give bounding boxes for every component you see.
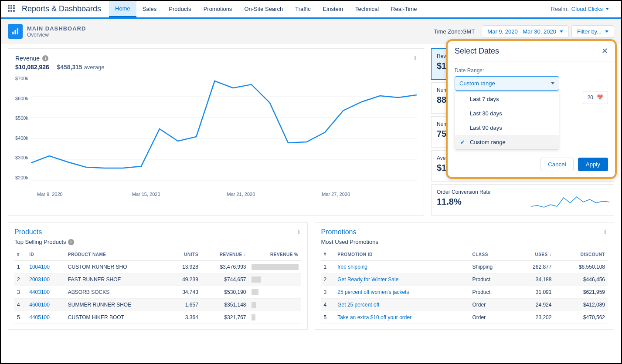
apps-icon[interactable] bbox=[8, 5, 17, 13]
svg-rect-2 bbox=[17, 28, 18, 34]
table-row: 3 4403100 ABSORB SOCKS 34,743 $530,190 bbox=[14, 286, 301, 299]
table-row: 4 Get 25 percent off Order 24,924 $412,0… bbox=[321, 299, 608, 311]
nav-tab-home[interactable]: Home bbox=[109, 1, 136, 17]
table-row: 4 4600100 SUMMER RUNNER SHOE 1,657 $351,… bbox=[14, 299, 301, 311]
nav-tab-promotions[interactable]: Promotions bbox=[197, 1, 238, 17]
promotion-id-link[interactable]: Get 25 percent off bbox=[337, 302, 379, 308]
product-id-link[interactable]: 4403100 bbox=[29, 289, 50, 295]
apply-button[interactable]: Apply bbox=[578, 158, 608, 171]
nav-tab-einstein[interactable]: Einstein bbox=[317, 1, 349, 17]
products-table: #IDPRODUCT NAMEUNITSREVENUE ↓REVENUE % 1… bbox=[14, 249, 301, 324]
realm-selector[interactable]: Cloud Clicks bbox=[571, 6, 609, 12]
date-range-button[interactable]: Mar 9, 2020 - Mar 30, 2020 bbox=[482, 25, 569, 38]
download-icon[interactable]: ⬇ bbox=[296, 229, 301, 236]
date-range-label: Date Range: bbox=[455, 67, 608, 74]
download-icon[interactable]: ⬇ bbox=[413, 55, 418, 61]
promotion-id-link[interactable]: free shipping bbox=[337, 264, 367, 270]
date-range-dropdown: Last 7 daysLast 30 daysLast 90 daysCusto… bbox=[455, 91, 559, 150]
product-id-link[interactable]: 4600100 bbox=[29, 302, 50, 308]
column-header[interactable]: REVENUE ↓ bbox=[201, 249, 249, 261]
revenue-card: ⬇ Revenuei $10,082,926 $458,315 average … bbox=[8, 48, 424, 216]
realm-label: Realm: bbox=[551, 6, 569, 12]
chevron-down-icon bbox=[605, 8, 609, 10]
revenue-chart bbox=[31, 76, 417, 189]
date-range-option[interactable]: Last 90 days bbox=[455, 121, 559, 135]
info-icon[interactable]: i bbox=[42, 55, 48, 61]
timezone-label: Time Zone:GMT bbox=[434, 28, 475, 35]
download-icon[interactable]: ⬇ bbox=[603, 229, 608, 236]
promotions-title: Promotions bbox=[321, 228, 608, 236]
cancel-button[interactable]: Cancel bbox=[540, 158, 574, 171]
page-title: MAIN DASHBOARD bbox=[27, 25, 86, 32]
chevron-down-icon bbox=[605, 30, 608, 33]
kpi-card[interactable]: Order Conversion Rate 11.8% bbox=[431, 184, 614, 216]
info-icon[interactable]: i bbox=[68, 239, 74, 245]
page-subtitle: Overview bbox=[27, 32, 86, 38]
svg-rect-0 bbox=[12, 32, 14, 34]
column-header[interactable]: UNITS bbox=[169, 249, 201, 261]
end-date-field[interactable]: 20 📅 bbox=[583, 91, 608, 104]
table-row: 3 25 percent off women's jackets Product… bbox=[321, 286, 608, 299]
nav-tab-on-site-search[interactable]: On-Site Search bbox=[238, 1, 289, 17]
table-row: 2 2003100 FAST RUNNER SHOE 49,239 $744,6… bbox=[14, 273, 301, 286]
products-title: Products bbox=[14, 228, 301, 236]
revenue-title: Revenue bbox=[15, 55, 40, 62]
nav-tab-real-time[interactable]: Real-Time bbox=[385, 1, 423, 17]
promotions-card: ⬇ Promotions Most Used Promotions #PROMO… bbox=[315, 222, 615, 330]
product-id-link[interactable]: 2003100 bbox=[29, 276, 50, 283]
top-nav: Reports & Dashboards HomeSalesProductsPr… bbox=[1, 1, 621, 17]
promotion-id-link[interactable]: 25 percent off women's jackets bbox=[337, 289, 409, 295]
promotions-table: #PROMOTION IDCLASSUSES ↓DISCOUNT 1 free … bbox=[321, 249, 608, 324]
column-header[interactable]: CLASS bbox=[469, 249, 513, 261]
sparkline bbox=[531, 193, 609, 213]
close-icon[interactable]: ✕ bbox=[602, 46, 608, 56]
column-header[interactable]: DISCOUNT bbox=[554, 249, 608, 261]
table-row: 1 1004100 CUSTOM RUNNER SHO 13,928 $3,47… bbox=[14, 261, 301, 273]
table-row: 5 Take an extra $10 off your order Order… bbox=[321, 311, 608, 324]
y-axis: $700k$600k$500k$400k$300k$200k bbox=[15, 76, 31, 180]
chevron-down-icon bbox=[551, 82, 554, 84]
column-header[interactable]: PROMOTION ID bbox=[335, 249, 469, 261]
revenue-total: $10,082,926 bbox=[15, 64, 49, 71]
date-range-option[interactable]: Custom range bbox=[455, 135, 559, 149]
nav-tab-products[interactable]: Products bbox=[163, 1, 197, 17]
column-header[interactable]: ID bbox=[27, 249, 65, 261]
chevron-down-icon bbox=[560, 30, 563, 33]
product-id-link[interactable]: 1004100 bbox=[29, 264, 50, 270]
app-title: Reports & Dashboards bbox=[22, 4, 101, 13]
product-id-link[interactable]: 4405100 bbox=[29, 314, 50, 320]
x-axis: Mar 9, 2020Mar 15, 2020Mar 21, 2020Mar 2… bbox=[15, 189, 417, 197]
nav-tab-traffic[interactable]: Traffic bbox=[289, 1, 316, 17]
date-range-option[interactable]: Last 30 days bbox=[455, 106, 559, 121]
svg-rect-1 bbox=[15, 30, 16, 34]
nav-tab-sales[interactable]: Sales bbox=[136, 1, 163, 17]
column-header[interactable]: PRODUCT NAME bbox=[65, 249, 169, 261]
column-header[interactable]: # bbox=[321, 249, 335, 261]
nav-tab-technical[interactable]: Technical bbox=[349, 1, 385, 17]
promotion-id-link[interactable]: Take an extra $10 off your order bbox=[337, 314, 411, 320]
products-card: ⬇ Products Top Selling Productsi #IDPROD… bbox=[8, 222, 308, 330]
column-header[interactable]: USES ↓ bbox=[513, 249, 554, 261]
column-header[interactable]: # bbox=[14, 249, 27, 261]
select-dates-popover: Select Dates ✕ Date Range: Custom range … bbox=[446, 39, 617, 179]
date-range-option[interactable]: Last 7 days bbox=[455, 92, 559, 106]
table-row: 5 4405100 CUSTOM HIKER BOOT 3,364 $321,7… bbox=[14, 311, 301, 324]
popover-title: Select Dates bbox=[455, 47, 499, 56]
date-range-select[interactable]: Custom range bbox=[455, 76, 559, 91]
column-header[interactable]: REVENUE % bbox=[249, 249, 301, 261]
table-row: 2 Get Ready for Winter Sale Product 34,1… bbox=[321, 273, 608, 286]
calendar-icon: 📅 bbox=[597, 94, 603, 101]
promotion-id-link[interactable]: Get Ready for Winter Sale bbox=[337, 276, 398, 283]
dashboard-icon bbox=[8, 24, 23, 39]
table-row: 1 free shipping Shipping 262,877 $6,550,… bbox=[321, 261, 608, 273]
filter-button[interactable]: Filter by... bbox=[571, 25, 614, 38]
